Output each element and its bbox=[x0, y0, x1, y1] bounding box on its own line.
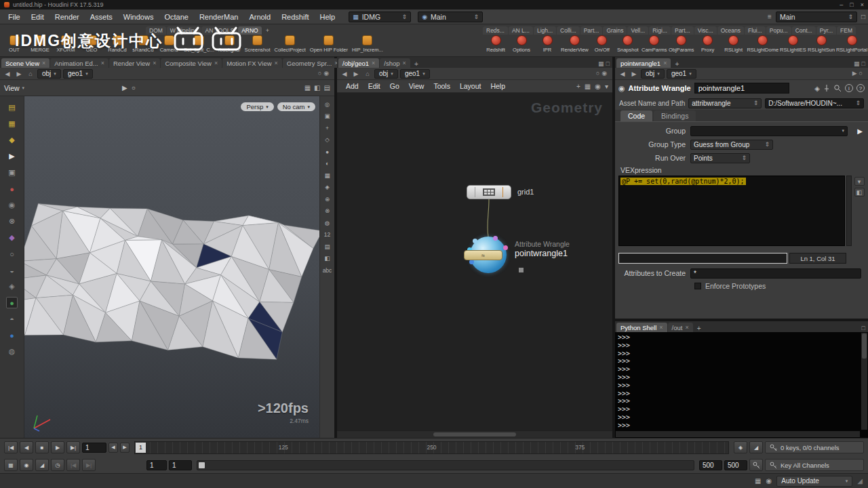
global-range-end-field[interactable]: 500 bbox=[724, 460, 747, 470]
menu-item[interactable]: File bbox=[3, 9, 26, 24]
updown-icon[interactable]: ⇕ bbox=[474, 14, 479, 20]
display-option-icon[interactable]: + bbox=[322, 123, 332, 132]
range-end-jump-button[interactable]: ▶| bbox=[82, 459, 96, 471]
display-option-icon[interactable]: ◎ bbox=[322, 100, 332, 108]
play-backwards-button[interactable]: ◀ bbox=[20, 441, 33, 453]
menu-item[interactable]: Windows bbox=[118, 9, 159, 24]
shelf-tab[interactable]: FEM bbox=[837, 26, 856, 35]
tab-render-view[interactable]: Render View× bbox=[109, 58, 160, 68]
node-flag[interactable] bbox=[519, 268, 524, 272]
add-tab-button[interactable]: + bbox=[411, 60, 422, 68]
shelf-tool[interactable]: Set_light_C... bbox=[182, 35, 216, 57]
back-icon[interactable]: ◀ bbox=[618, 69, 627, 79]
chevron-down-icon[interactable]: ▾ bbox=[605, 83, 608, 90]
breadcrumb-geo1[interactable]: geo1▾ bbox=[63, 69, 93, 79]
tools-icon[interactable]: + bbox=[576, 83, 580, 90]
shelf-tab[interactable]: Popu... bbox=[766, 26, 791, 35]
updown-icon[interactable]: ⇕ bbox=[402, 14, 408, 20]
viewport-tool-icon[interactable]: ◒ bbox=[6, 264, 18, 276]
lasso-select-icon[interactable]: ○ bbox=[132, 84, 136, 92]
maximize-button[interactable]: □ bbox=[850, 1, 853, 8]
network-menu-item[interactable]: View bbox=[404, 82, 429, 90]
range-start-jump-button[interactable]: |◀ bbox=[66, 459, 80, 471]
pin-icon[interactable]: ○ bbox=[859, 70, 863, 77]
shelf-tool[interactable]: RSLightDome bbox=[747, 35, 779, 54]
updown-icon[interactable]: ⇕ bbox=[753, 100, 759, 106]
shell-vscrollbar[interactable] bbox=[861, 333, 867, 430]
user-icon[interactable]: ◉ bbox=[595, 83, 601, 90]
shelf-tool[interactable]: RandCd bbox=[104, 35, 130, 57]
shelf-tab[interactable]: AN TOOLS bbox=[201, 26, 237, 35]
breadcrumb-geo1[interactable]: geo1▾ bbox=[400, 69, 430, 79]
shelf-tab[interactable]: Rigi... bbox=[649, 26, 671, 35]
node-name-field[interactable]: pointwrangle1 bbox=[694, 83, 789, 94]
viewport-tool-icon[interactable]: ● bbox=[6, 329, 18, 341]
vex-code-editor[interactable]: @P += set(0,rand(@ptnum)*2,0); bbox=[618, 176, 845, 246]
jump-icon[interactable]: ▶ bbox=[852, 70, 857, 77]
breadcrumb-obj[interactable]: obj▾ bbox=[374, 69, 398, 79]
menubar-corner-icon[interactable]: □ bbox=[861, 13, 865, 20]
realtime-toggle-icon[interactable]: ◷ bbox=[51, 459, 64, 471]
node-pointwrangle1[interactable]: ≈ Attribute Wrangle pointwrangle1 bbox=[470, 237, 507, 273]
asset-name-combo[interactable]: attribwrangle⇕ bbox=[688, 98, 762, 108]
add-tab-button[interactable]: + bbox=[671, 60, 682, 68]
pin-icon[interactable] bbox=[823, 84, 830, 92]
menu-item[interactable]: Redshift bbox=[276, 9, 314, 24]
display-option-icon[interactable]: ◍ bbox=[322, 218, 332, 227]
tab-geometry-spreadsheet[interactable]: Geometry Spr...× bbox=[283, 58, 342, 68]
add-tab-button[interactable]: + bbox=[694, 325, 705, 332]
tab-bindings[interactable]: Bindings bbox=[654, 110, 696, 121]
shelf-tab[interactable]: W Pipeline bbox=[167, 26, 201, 35]
shelf-tab[interactable]: Visc... bbox=[694, 26, 717, 35]
node-name-label[interactable]: pointwrangle1 bbox=[515, 249, 568, 258]
tab-code[interactable]: Code bbox=[620, 110, 652, 121]
pane-menu-icon[interactable]: ▦ bbox=[854, 60, 860, 67]
shelf-tool[interactable]: XFORM bbox=[53, 35, 79, 57]
display-option-icon[interactable]: ▦ bbox=[322, 171, 332, 180]
desktop-combo[interactable]: ▦ IDMG ⇕ bbox=[349, 12, 411, 22]
group-type-combo[interactable]: Guess from Group⇕ bbox=[690, 140, 773, 150]
tab-scene-view[interactable]: Scene View× bbox=[1, 58, 50, 68]
viewport-tool-icon[interactable]: ▦ bbox=[6, 118, 18, 129]
pin-icon[interactable]: ○ bbox=[596, 70, 599, 77]
shelf-tool[interactable]: sRandCd bbox=[130, 35, 156, 57]
info-icon[interactable]: i bbox=[845, 84, 853, 92]
back-icon[interactable]: ◀ bbox=[340, 69, 349, 79]
viewport-tool-icon[interactable]: ◆ bbox=[6, 134, 18, 146]
shelf-tool[interactable]: CollectProject bbox=[273, 35, 308, 57]
shelf-tab[interactable]: Cont... bbox=[792, 26, 816, 35]
shelf-tool[interactable]: CamParms bbox=[641, 35, 668, 54]
snapshot-icon[interactable]: ◉ bbox=[323, 70, 329, 77]
close-icon[interactable]: × bbox=[214, 60, 218, 66]
display-option-icon[interactable]: 12 bbox=[322, 230, 332, 239]
shelf-tool[interactable]: On/Off bbox=[589, 35, 615, 54]
viewport-tool-icon[interactable]: ◆ bbox=[6, 232, 18, 243]
run-over-combo[interactable]: Points⇕ bbox=[690, 153, 750, 163]
viewport-tool-icon[interactable]: ⊗ bbox=[6, 216, 18, 227]
network-canvas[interactable]: Geometry grid1 ≈ Attribute Wrangle bbox=[337, 93, 612, 430]
add-shelf-tab-button[interactable]: + bbox=[262, 26, 273, 35]
right-main-combo[interactable]: Main ⇕ bbox=[776, 12, 857, 22]
group-field[interactable]: ▾ bbox=[690, 126, 848, 136]
asset-path-field[interactable]: D:/Software/HOUDIN~...⇕ bbox=[765, 98, 864, 108]
layout-single-icon[interactable]: ▤ bbox=[324, 84, 330, 92]
close-icon[interactable]: × bbox=[663, 60, 667, 66]
shelf-tool[interactable]: Open HIP Folder bbox=[308, 35, 350, 57]
shelf-tab[interactable]: Part... bbox=[671, 26, 694, 35]
shelf-tool[interactable]: RSLightPortal bbox=[835, 35, 868, 54]
shelf-tab-active[interactable]: ARNO bbox=[238, 26, 262, 35]
viewport-3d[interactable]: Persp▾ No cam▾ >120fps 2.47ms bbox=[24, 96, 319, 438]
network-menu-item[interactable]: Layout bbox=[455, 82, 486, 90]
editor-menu-icon[interactable]: ▾ bbox=[854, 177, 865, 186]
enforce-prototypes-checkbox[interactable] bbox=[694, 283, 701, 289]
update-mode-combo[interactable]: Auto Update ▾ bbox=[776, 476, 852, 487]
updown-icon[interactable]: ⇕ bbox=[764, 141, 770, 148]
menu-item[interactable]: Render bbox=[50, 9, 85, 24]
shell-hscrollbar[interactable] bbox=[616, 431, 860, 437]
viewport-tool-icon[interactable]: ◓ bbox=[6, 313, 18, 325]
shelf-tool[interactable]: OUT bbox=[1, 35, 27, 57]
menu-item[interactable]: Help bbox=[315, 9, 341, 24]
updown-icon[interactable]: ⇕ bbox=[855, 100, 861, 106]
help-icon[interactable]: ? bbox=[856, 84, 865, 92]
hamburger-icon[interactable]: ≡ bbox=[768, 13, 772, 20]
